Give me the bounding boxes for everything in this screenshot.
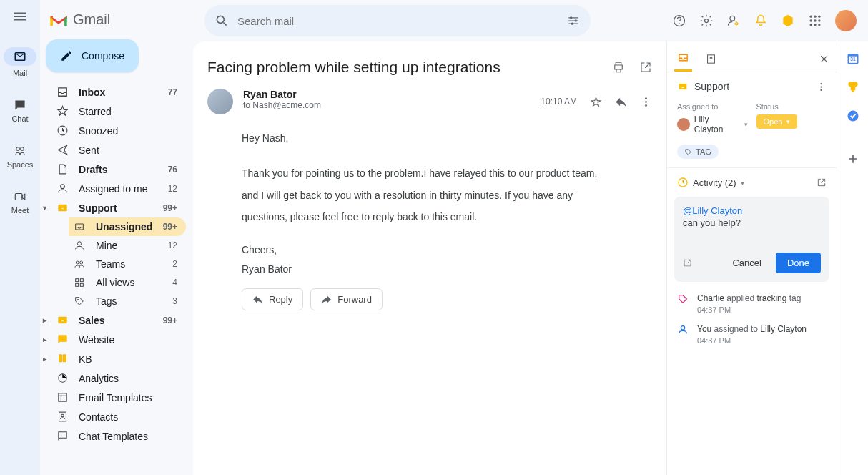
assigned-icon	[677, 324, 690, 345]
meet-icon	[14, 190, 26, 203]
user-settings-icon[interactable]	[726, 14, 741, 28]
nav-assigned-to-me[interactable]: Assigned to me 12	[40, 179, 186, 198]
support-tray-icon	[56, 202, 69, 214]
status-selector[interactable]: Open ▾	[756, 114, 798, 129]
svg-point-1	[21, 147, 24, 151]
person-icon	[56, 182, 69, 195]
nav-chat-templates[interactable]: Chat Templates	[40, 426, 186, 446]
nav-support[interactable]: ▾ Support 99+	[40, 198, 186, 217]
activity-compose-box: @Lilly Clayton can you help? Cancel Done	[674, 197, 829, 282]
tasks-addon-icon[interactable]	[846, 109, 860, 123]
svg-text:31: 31	[850, 57, 856, 62]
more-vert-icon[interactable]	[640, 96, 652, 108]
nav-support-teams[interactable]: Teams 2	[69, 255, 186, 273]
nav-inbox[interactable]: Inbox 77	[40, 82, 186, 102]
nav-sent[interactable]: Sent	[40, 140, 186, 160]
reply-icon[interactable]	[615, 96, 627, 108]
print-icon[interactable]	[612, 61, 625, 74]
nav-starred[interactable]: Starred	[40, 102, 186, 121]
search-icon	[214, 14, 229, 28]
svg-rect-48	[852, 90, 854, 92]
svg-rect-14	[58, 393, 66, 401]
tag-icon	[73, 295, 86, 307]
star-message-icon[interactable]	[590, 96, 602, 108]
chevron-down-icon: ▾	[744, 121, 748, 128]
close-panel-icon[interactable]	[819, 54, 829, 64]
search-box[interactable]	[204, 5, 591, 36]
apps-grid-icon[interactable]	[808, 14, 822, 28]
panel-tab-contact[interactable]	[702, 47, 720, 71]
nav-support-allviews[interactable]: All views 4	[69, 273, 186, 292]
nav-analytics[interactable]: Analytics	[40, 368, 186, 388]
forward-arrow-icon	[321, 294, 332, 305]
main-menu-icon[interactable]	[12, 9, 28, 24]
nav-support-tags[interactable]: Tags 3	[69, 292, 186, 310]
nav-snoozed[interactable]: Snoozed	[40, 121, 186, 140]
svg-point-44	[681, 326, 684, 330]
gmail-logo-icon	[49, 12, 69, 28]
chevron-down-icon[interactable]: ▾	[43, 204, 46, 212]
search-options-icon[interactable]	[566, 14, 581, 28]
email-time: 10:10 AM	[541, 97, 577, 107]
svg-point-20	[571, 23, 573, 25]
svg-point-4	[60, 185, 64, 189]
rail-item-chat[interactable]: Chat	[0, 94, 40, 127]
svg-point-33	[814, 24, 816, 26]
account-avatar[interactable]	[835, 10, 857, 31]
forward-button[interactable]: Forward	[310, 288, 383, 310]
email-pane: Facing problem while setting up integrat…	[193, 41, 666, 475]
reply-button[interactable]: Reply	[242, 288, 303, 310]
hexagon-icon[interactable]	[781, 14, 795, 28]
cancel-button[interactable]: Cancel	[725, 253, 768, 273]
svg-point-32	[810, 24, 812, 26]
svg-point-36	[645, 101, 647, 103]
chevron-right-icon[interactable]: ▸	[43, 316, 46, 324]
done-button[interactable]: Done	[776, 253, 821, 273]
help-icon[interactable]	[672, 14, 686, 28]
nav-email-templates[interactable]: Email Templates	[40, 388, 186, 407]
compose-external-icon[interactable]	[683, 258, 692, 268]
add-addon-icon[interactable]	[846, 152, 860, 166]
tag-chip[interactable]: TAG	[677, 145, 719, 159]
app-logo[interactable]: Gmail	[40, 6, 193, 39]
compose-text[interactable]: can you help?	[683, 217, 821, 228]
clock-icon	[56, 124, 69, 137]
svg-point-25	[736, 23, 738, 25]
assignee-selector[interactable]: Lilly Clayton ▾	[677, 114, 748, 134]
search-input[interactable]	[237, 15, 558, 27]
chevron-right-icon[interactable]: ▸	[43, 355, 46, 363]
chevron-down-icon[interactable]: ▾	[741, 179, 744, 187]
panel-tab-inbox[interactable]	[674, 46, 692, 72]
keep-addon-icon[interactable]	[846, 80, 860, 94]
sender-name: Ryan Bator	[243, 89, 531, 100]
team-icon	[73, 258, 86, 270]
svg-rect-9	[80, 279, 83, 282]
open-external-icon[interactable]	[639, 61, 652, 74]
star-icon	[56, 105, 69, 117]
chevron-right-icon[interactable]: ▸	[43, 336, 46, 343]
notifications-bell-icon[interactable]	[754, 14, 768, 28]
nav-sales[interactable]: ▸ Sales 99+	[40, 310, 186, 330]
mention-text[interactable]: @Lilly Clayton	[683, 205, 821, 216]
nav-website[interactable]: ▸ Website	[40, 330, 186, 349]
rail-item-meet[interactable]: Meet	[0, 186, 40, 219]
rail-label-chat: Chat	[11, 114, 28, 123]
rail-item-mail[interactable]: Mail	[0, 43, 40, 82]
draft-icon	[56, 163, 69, 175]
nav-kb[interactable]: ▸ KB	[40, 349, 186, 368]
settings-gear-icon[interactable]	[699, 14, 714, 28]
nav-support-mine[interactable]: Mine 12	[69, 236, 186, 255]
svg-point-39	[710, 57, 712, 59]
svg-point-27	[814, 16, 816, 18]
compose-button[interactable]: Compose	[46, 39, 139, 72]
svg-point-24	[730, 16, 735, 21]
nav-support-unassigned[interactable]: Unassigned 99+	[69, 217, 186, 236]
panel-more-icon[interactable]	[816, 82, 827, 92]
open-activity-external-icon[interactable]	[817, 177, 827, 187]
rail-item-spaces[interactable]: Spaces	[0, 140, 40, 173]
status-label: Status	[756, 102, 827, 111]
mail-icon	[4, 47, 36, 66]
nav-drafts[interactable]: Drafts 76	[40, 160, 186, 179]
nav-contacts[interactable]: Contacts	[40, 407, 186, 426]
calendar-addon-icon[interactable]: 31	[846, 52, 860, 66]
